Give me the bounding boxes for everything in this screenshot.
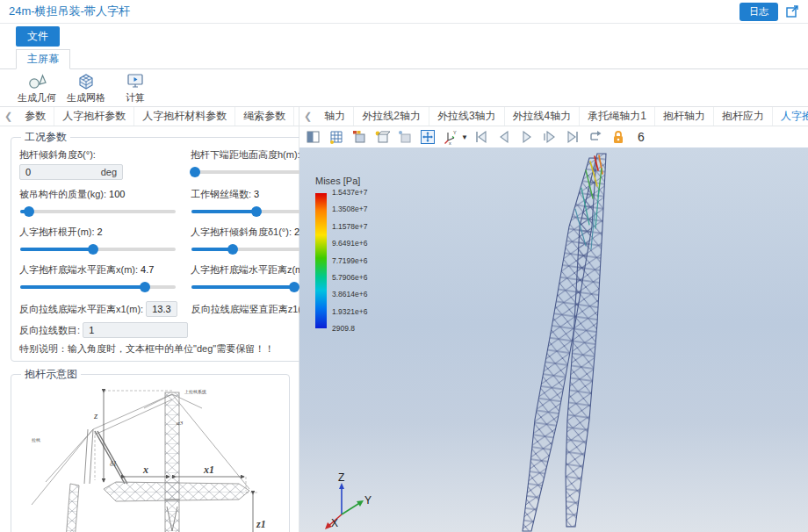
top-guy-label: 上拉线系统 [184, 389, 206, 395]
pole-diagram-group: 抱杆示意图 [11, 367, 290, 532]
tab-pole-stress[interactable]: 抱杆应力 [714, 107, 773, 126]
dim-z-label: z [93, 410, 98, 421]
compute-icon [126, 71, 145, 90]
frame-first-button[interactable] [473, 128, 491, 147]
colorbar-legend: Mises [Pa] 1.5437e+7 1.3508e+7 1.1578e+7… [315, 176, 367, 333]
wireframe-lamp-icon[interactable] [372, 128, 391, 147]
tab-axial-force[interactable]: 轴力 [316, 107, 354, 126]
external-link-icon[interactable] [785, 4, 799, 18]
section-view-icon[interactable] [304, 128, 322, 147]
herringbone-bottom-x-slider[interactable] [19, 281, 177, 293]
left-guy-label: 拉线 [32, 437, 40, 442]
fit-view-icon[interactable] [418, 128, 436, 147]
parameter-tabs: ❮ 参数 人字抱杆参数 人字抱杆材料参数 绳索参数 工况参数 ❯ [0, 107, 299, 126]
dim-z1-label: z1 [256, 518, 266, 530]
reverse-guy-x1-field: 反向拉线底端水平距离x1(m): 13.3 [19, 301, 177, 317]
tab-home-screen[interactable]: 主屏幕 [16, 49, 70, 69]
replay-button[interactable] [587, 128, 605, 147]
frame-last-button[interactable] [564, 128, 582, 147]
herringbone-bottom-x-field: 人字抱杆底端水平距离x(m): 4.7 [19, 263, 177, 293]
pole-tilt-angle-field: 抱杆倾斜角度δ(°): 0 deg [19, 148, 177, 180]
mesh-icon [76, 71, 96, 90]
file-menu-row: 文件 [0, 24, 808, 47]
lifted-mass-field: 被吊构件的质量(kg): 100 [19, 188, 177, 218]
svg-text:Y: Y [453, 130, 457, 135]
ribbon-toolbar: 生成几何 生成网格 计算 [0, 68, 808, 107]
tab-pole-material-parameters[interactable]: 人字抱杆材料参数 [134, 107, 235, 126]
result-viewport: Yx ▼ [299, 126, 808, 532]
parameters-panel: 工况参数 抱杆倾斜角度δ(°): 0 deg 抱杆下端距地面高度h(m): 0 [0, 126, 299, 532]
triad-x-label: X [331, 517, 338, 529]
lifted-mass-slider[interactable] [19, 205, 177, 218]
tab-strips: ❮ 参数 人字抱杆参数 人字抱杆材料参数 绳索参数 工况参数 ❯ ❮ 轴力 外拉… [0, 107, 808, 126]
lock-icon[interactable] [610, 128, 628, 147]
tab-herringbone-pole-stress1[interactable]: 人字抱杆应力1 [773, 107, 808, 126]
geometry-icon [27, 71, 47, 90]
result-tabs-scroll-left-icon[interactable]: ❮ [299, 107, 316, 126]
tab-pole-axial[interactable]: 抱杆轴力 [655, 107, 714, 126]
dim-x1-label: x1 [203, 464, 214, 476]
triad-z-label: Z [338, 472, 344, 484]
tab-rope-parameters[interactable]: 绳索参数 [235, 107, 294, 126]
result-tabs: ❮ 轴力 外拉线2轴力 外拉线3轴力 外拉线4轴力 承托绳轴力1 抱杆轴力 抱杆… [299, 107, 808, 126]
stress-model [299, 147, 808, 532]
frame-number: 6 [638, 130, 645, 144]
compute-button[interactable]: 计算 [111, 71, 160, 104]
reverse-guy-x1-input[interactable]: 13.3 [146, 301, 177, 317]
group-title: 工况参数 [21, 130, 70, 145]
colorbar-values: 1.5437e+7 1.3508e+7 1.1578e+7 9.6491e+6 … [332, 189, 367, 333]
tab-outer-line4-axial[interactable]: 外拉线4轴力 [505, 107, 581, 126]
pole-schematic-drawing: z x x1 z1 δ1 α3 上拉线系统 拉线 [19, 385, 279, 532]
page-title: 24m-横担吊装-带人字杆 [9, 4, 130, 19]
file-menu-button[interactable]: 文件 [16, 26, 60, 47]
generate-geometry-button[interactable]: 生成几何 [12, 71, 61, 104]
frame-prev-button[interactable] [495, 128, 514, 147]
tab-pole-parameters[interactable]: 人字抱杆参数 [54, 107, 134, 126]
orientation-dropdown-icon[interactable]: ▼ [461, 133, 468, 141]
dim-alpha3-label: α3 [177, 420, 184, 427]
ribbon-tab-row: 主屏幕 [0, 47, 808, 68]
colored-mesh-icon[interactable] [350, 128, 368, 147]
herringbone-spread-field: 人字抱杆根开(m): 2 [19, 226, 177, 255]
render-canvas[interactable]: Mises [Pa] 1.5437e+7 1.3508e+7 1.1578e+7… [299, 147, 808, 532]
dim-x-label: x [142, 464, 148, 476]
tab-outer-line2-axial[interactable]: 外拉线2轴力 [354, 107, 429, 126]
frame-play-button[interactable] [518, 128, 537, 147]
triad-y-label: Y [364, 494, 372, 507]
viewport-toolbar: Yx ▼ [299, 126, 808, 147]
colorbar [315, 193, 327, 328]
view-orientation-icon[interactable]: Yx [441, 128, 459, 147]
main-area: 工况参数 抱杆倾斜角度δ(°): 0 deg 抱杆下端距地面高度h(m): 0 [0, 126, 808, 532]
mesh-display-icon[interactable] [327, 128, 345, 147]
title-bar: 24m-横担吊装-带人字杆 日志 [0, 0, 808, 24]
reverse-guy-count-input[interactable]: 1 [83, 322, 188, 338]
generate-mesh-button[interactable]: 生成网格 [61, 71, 111, 104]
deg-note: 特别说明：输入角度时，文本框中的单位"deg"需要保留！！ [19, 342, 348, 356]
herringbone-spread-slider[interactable] [19, 243, 177, 255]
dim-delta1-label: δ1 [110, 460, 117, 468]
app-window: 24m-横担吊装-带人字杆 日志 文件 主屏幕 生成几何 生成网格 [0, 0, 808, 532]
reverse-guy-count-field: 反向拉线数目: 1 [19, 322, 348, 338]
tabs-scroll-left-icon[interactable]: ❮ [0, 107, 17, 126]
tab-support-rope-axial1[interactable]: 承托绳轴力1 [580, 107, 655, 126]
axis-triad: Z Y X [312, 472, 375, 530]
legend-title: Mises [Pa] [315, 176, 367, 186]
log-button[interactable]: 日志 [739, 3, 778, 21]
tab-outer-line3-axial[interactable]: 外拉线3轴力 [429, 107, 505, 126]
tab-parameters[interactable]: 参数 [17, 107, 54, 126]
frame-next-button[interactable] [541, 128, 559, 147]
svg-text:x: x [449, 140, 451, 146]
pole-tilt-angle-input[interactable]: 0 deg [19, 164, 123, 180]
shaded-view-icon[interactable] [395, 128, 414, 147]
diagram-title: 抱杆示意图 [21, 367, 81, 382]
